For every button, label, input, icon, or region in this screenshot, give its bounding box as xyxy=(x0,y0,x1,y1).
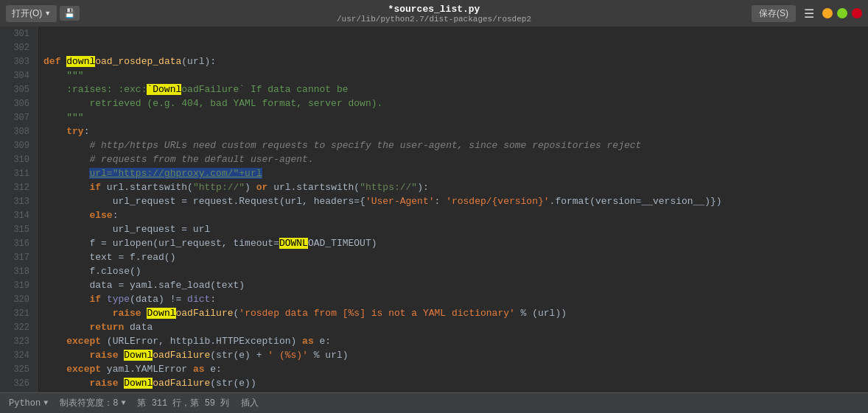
code-content: retrieved (e.g. 404, bad YAML format, se… xyxy=(38,96,868,110)
code-content: if url.startswith("http://") or url.star… xyxy=(38,180,868,194)
minimize-button[interactable] xyxy=(822,8,833,18)
code-content: """ xyxy=(38,110,868,124)
table-row: 325 except yaml.YAMLError as e: xyxy=(0,362,868,376)
open-button[interactable]: 打开(O) ▼ xyxy=(6,5,57,22)
table-row: 306 retrieved (e.g. 404, bad YAML format… xyxy=(0,96,868,110)
table-row: 310 # requests from the default user-age… xyxy=(0,152,868,166)
line-number: 302 xyxy=(0,40,38,54)
language-label: Python xyxy=(9,398,41,409)
menu-button[interactable]: ☰ xyxy=(800,5,818,22)
line-number: 314 xyxy=(0,208,38,222)
line-number: 301 xyxy=(0,27,38,40)
table-row: 315 url_request = url xyxy=(0,222,868,236)
line-number: 311 xyxy=(0,166,38,180)
code-content xyxy=(38,40,868,54)
code-area: 301302303def download_rosdep_data(url):3… xyxy=(0,27,868,392)
save-button[interactable]: 保存(S) xyxy=(752,5,796,22)
table-row: 309 # http/https URLs need custom reques… xyxy=(0,138,868,152)
cursor-position: 第 311 行，第 59 列 xyxy=(137,397,229,409)
line-number: 319 xyxy=(0,278,38,292)
line-number: 325 xyxy=(0,362,38,376)
line-number: 326 xyxy=(0,376,38,390)
table-row: 303def download_rosdep_data(url): xyxy=(0,54,868,68)
line-number: 320 xyxy=(0,292,38,306)
line-number: 321 xyxy=(0,306,38,320)
file-title: *sources_list.py xyxy=(337,4,531,15)
table-row: 323 except (URLError, httplib.HTTPExcept… xyxy=(0,334,868,348)
titlebar: 打开(O) ▼ 💾 *sources_list.py /usr/lib/pyth… xyxy=(0,0,868,27)
table-row: 322 return data xyxy=(0,320,868,334)
save-file-button[interactable]: 💾 xyxy=(60,6,80,21)
line-number: 308 xyxy=(0,124,38,138)
dropdown-arrow: ▼ xyxy=(44,10,51,17)
code-content: return data xyxy=(38,320,868,334)
statusbar: Python ▼ 制表符宽度：8 ▼ 第 311 行，第 59 列 插入 xyxy=(0,392,868,413)
code-content: """ xyxy=(38,68,868,82)
line-number: 315 xyxy=(0,222,38,236)
line-number: 318 xyxy=(0,264,38,278)
code-content: raise DownloadFailure(str(e)) xyxy=(38,376,868,390)
code-content xyxy=(38,27,868,40)
table-row: 304 """ xyxy=(0,68,868,82)
table-row: 301 xyxy=(0,27,868,40)
code-content: f = urlopen(url_request, timeout=DOWNLOA… xyxy=(38,236,868,250)
table-row: 320 if type(data) != dict: xyxy=(0,292,868,306)
tabwidth-dropdown-arrow: ▼ xyxy=(121,399,125,407)
line-number: 309 xyxy=(0,138,38,152)
close-button[interactable] xyxy=(852,8,862,18)
table-row: 302 xyxy=(0,40,868,54)
table-row: 316 f = urlopen(url_request, timeout=DOW… xyxy=(0,236,868,250)
code-content: url_request = request.Request(url, heade… xyxy=(38,194,868,208)
code-content: if type(data) != dict: xyxy=(38,292,868,306)
line-number: 317 xyxy=(0,250,38,264)
position-label: 第 311 行，第 59 列 xyxy=(137,397,229,409)
line-number: 306 xyxy=(0,96,38,110)
line-number: 323 xyxy=(0,334,38,348)
line-number: 313 xyxy=(0,194,38,208)
tab-width-selector[interactable]: 制表符宽度：8 ▼ xyxy=(60,397,125,409)
code-content: :raises: :exc:`DownloadFailure` If data … xyxy=(38,82,868,96)
table-row: 314 else: xyxy=(0,208,868,222)
titlebar-center: *sources_list.py /usr/lib/python2.7/dist… xyxy=(337,4,531,24)
table-row: 324 raise DownloadFailure(str(e) + ' (%s… xyxy=(0,348,868,362)
code-content: url_request = url xyxy=(38,222,868,236)
titlebar-right: 保存(S) ☰ xyxy=(752,5,862,22)
table-row: 318 f.close() xyxy=(0,264,868,278)
code-content: url="https://ghproxy.com/"+url xyxy=(38,166,868,180)
line-number: 303 xyxy=(0,54,38,68)
code-content: raise DownloadFailure('rosdep data from … xyxy=(38,306,868,320)
open-label: 打开(O) xyxy=(12,7,42,20)
insert-label: 插入 xyxy=(241,397,259,409)
titlebar-left: 打开(O) ▼ 💾 xyxy=(6,5,80,22)
table-row: 313 url_request = request.Request(url, h… xyxy=(0,194,868,208)
table-row: 308 try: xyxy=(0,124,868,138)
code-content: else: xyxy=(38,208,868,222)
table-row: 317 text = f.read() xyxy=(0,250,868,264)
code-content: data = yaml.safe_load(text) xyxy=(38,278,868,292)
table-row: 307 """ xyxy=(0,110,868,124)
floppy-icon: 💾 xyxy=(64,8,75,18)
code-content: def download_rosdep_data(url): xyxy=(38,54,868,68)
code-content: text = f.read() xyxy=(38,250,868,264)
table-row: 311 url="https://ghproxy.com/"+url xyxy=(0,166,868,180)
tab-width-label: 制表符宽度：8 xyxy=(60,397,118,409)
code-content: except (URLError, httplib.HTTPException)… xyxy=(38,334,868,348)
line-number: 316 xyxy=(0,236,38,250)
line-number: 312 xyxy=(0,180,38,194)
table-row: 321 raise DownloadFailure('rosdep data f… xyxy=(0,306,868,320)
insert-mode: 插入 xyxy=(241,397,259,409)
code-content: f.close() xyxy=(38,264,868,278)
file-path: /usr/lib/python2.7/dist-packages/rosdep2 xyxy=(337,15,531,24)
maximize-button[interactable] xyxy=(837,8,847,18)
code-content: raise DownloadFailure(str(e) + ' (%s)' %… xyxy=(38,348,868,362)
code-content: except yaml.YAMLError as e: xyxy=(38,362,868,376)
code-table: 301302303def download_rosdep_data(url):3… xyxy=(0,27,868,392)
language-selector[interactable]: Python ▼ xyxy=(9,398,48,409)
line-number: 310 xyxy=(0,152,38,166)
line-number: 324 xyxy=(0,348,38,362)
code-content: # http/https URLs need custom requests t… xyxy=(38,138,868,152)
table-row: 312 if url.startswith("http://") or url.… xyxy=(0,180,868,194)
code-content: # requests from the default user-agent. xyxy=(38,152,868,166)
table-row: 326 raise DownloadFailure(str(e)) xyxy=(0,376,868,390)
line-number: 322 xyxy=(0,320,38,334)
